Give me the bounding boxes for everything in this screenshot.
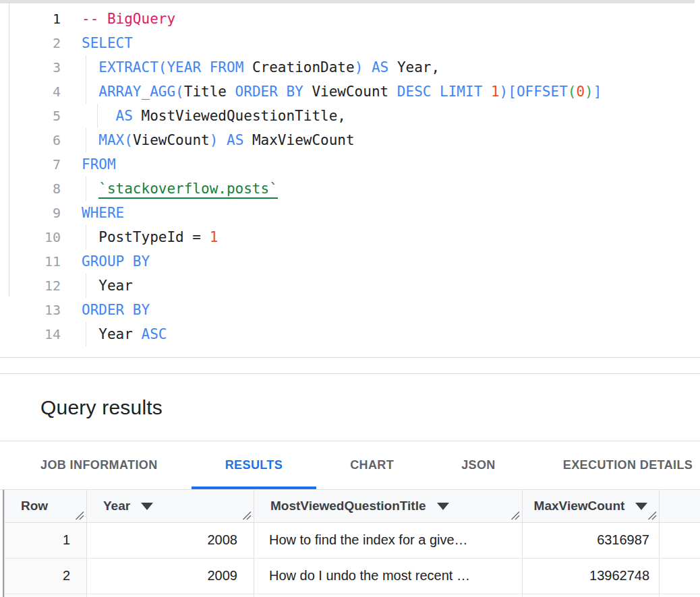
code-token: Year,: [388, 59, 440, 75]
code-line[interactable]: 5 AS MostViewedQuestionTitle,: [0, 104, 700, 128]
code-token: 1: [491, 84, 500, 100]
code-line[interactable]: 14 Year ASC: [0, 322, 700, 346]
code-token: 1: [210, 229, 218, 245]
tab-label: JOB INFORMATION: [40, 458, 158, 472]
sort-arrow-icon[interactable]: [437, 503, 449, 510]
column-resize-handle[interactable]: [647, 510, 657, 520]
table-cell: [660, 594, 700, 597]
code-token: FROM: [210, 59, 244, 75]
code-token: [201, 59, 210, 75]
code-line[interactable]: 9WHERE: [0, 201, 700, 225]
code-line[interactable]: 10 PostTypeId = 1: [0, 225, 700, 249]
code-token: -- BigQuery: [82, 11, 175, 27]
code-token: (: [175, 84, 184, 100]
code-token: ): [585, 84, 593, 100]
table-cell: [254, 594, 523, 597]
sort-arrow-icon[interactable]: [635, 503, 647, 510]
line-number: 13: [0, 298, 61, 322]
table-cell: How to find the index for a give…: [254, 523, 523, 558]
code-token: ): [355, 59, 363, 75]
code-token: ]: [593, 84, 602, 100]
results-title: Query results: [0, 396, 163, 419]
code-line-content: AS MostViewedQuestionTitle,: [82, 104, 700, 128]
column-header-extra: [660, 490, 700, 522]
table-cell: 6316987: [523, 523, 660, 558]
code-line[interactable]: 13ORDER BY: [0, 298, 700, 322]
code-token: YEAR: [167, 59, 201, 75]
table-row-partial: [4, 594, 700, 597]
code-token: MAX: [98, 132, 124, 148]
indent-guide: [86, 55, 86, 80]
code-token: AS: [227, 132, 243, 148]
panel-gap: [0, 358, 700, 373]
table-cell: 2009: [87, 559, 254, 594]
code-token: AS: [116, 108, 133, 124]
code-line-content: -- BigQuery: [82, 7, 700, 31]
tab-label: JSON: [461, 458, 496, 472]
column-header-year[interactable]: Year: [87, 490, 254, 522]
code-indent: [82, 326, 98, 342]
code-token: WHERE: [82, 205, 124, 221]
code-line[interactable]: 3 EXTRACT(YEAR FROM CreationDate) AS Yea…: [0, 55, 700, 80]
row-number-cell: 1: [4, 523, 87, 558]
column-header-row[interactable]: Row: [4, 490, 87, 522]
code-token: (: [568, 84, 577, 100]
table-cell-extra: [660, 523, 700, 558]
code-line-content: FROM: [82, 152, 700, 177]
code-line[interactable]: 8 `stackoverflow.posts`: [0, 177, 700, 201]
indent-guide: [86, 274, 86, 298]
tab-execution-details[interactable]: EXECUTION DETAILS: [529, 441, 700, 489]
code-line[interactable]: 7FROM: [0, 152, 700, 177]
code-line[interactable]: 12 Year: [0, 274, 700, 298]
code-line[interactable]: 6 MAX(ViewCount) AS MaxViewCount: [0, 128, 700, 152]
code-indent: [82, 132, 98, 148]
results-tabbar: JOB INFORMATIONRESULTSCHARTJSONEXECUTION…: [0, 441, 700, 490]
code-token: (: [124, 132, 133, 148]
code-token: [218, 132, 227, 148]
indent-guide: [97, 104, 98, 128]
results-table: RowYearMostViewedQuestionTitleMaxViewCou…: [4, 490, 700, 597]
code-token: MaxViewCount: [243, 132, 354, 148]
code-line-content: ORDER BY: [82, 298, 700, 322]
table-row: 12008How to find the index for a give…63…: [4, 523, 700, 559]
code-token: OFFSET: [517, 84, 568, 100]
code-token: Year: [98, 326, 141, 342]
tab-chart[interactable]: CHART: [316, 441, 428, 489]
code-token: EXTRACT: [98, 59, 158, 75]
code-line[interactable]: 2SELECT: [0, 31, 700, 55]
table-cell: 2008: [87, 523, 254, 558]
column-header-label: Year: [103, 499, 130, 513]
code-token: ORDER BY: [82, 302, 150, 318]
tab-results[interactable]: RESULTS: [192, 441, 316, 489]
column-resize-handle[interactable]: [510, 510, 520, 520]
code-indent: [82, 84, 98, 100]
code-token: LIMIT: [440, 84, 482, 100]
table-reference-link[interactable]: `stackoverflow.posts`: [98, 181, 278, 199]
code-line[interactable]: 4 ARRAY_AGG(Title ORDER BY ViewCount DES…: [0, 80, 700, 104]
code-line[interactable]: 11GROUP BY: [0, 249, 700, 274]
tab-label: EXECUTION DETAILS: [563, 458, 693, 472]
tab-label: CHART: [350, 458, 394, 472]
code-token: ViewCount: [303, 84, 397, 100]
table-row: 22009How do I undo the most recent …1396…: [4, 559, 700, 594]
sort-arrow-icon[interactable]: [141, 503, 153, 510]
code-area[interactable]: 1-- BigQuery2SELECT3 EXTRACT(YEAR FROM C…: [0, 3, 700, 346]
code-indent: [82, 229, 98, 245]
line-number: 14: [0, 322, 61, 346]
table-cell: [523, 594, 660, 597]
sql-editor[interactable]: 1-- BigQuery2SELECT3 EXTRACT(YEAR FROM C…: [0, 3, 700, 358]
code-token: ASC: [142, 326, 167, 342]
column-resize-handle[interactable]: [74, 510, 84, 520]
column-header-label: MostViewedQuestionTitle: [270, 499, 426, 513]
column-resize-handle[interactable]: [241, 510, 252, 520]
tab-json[interactable]: JSON: [428, 441, 529, 489]
column-header-maxviewcount[interactable]: MaxViewCount: [523, 490, 660, 522]
code-line-content: Year ASC: [82, 322, 700, 346]
code-indent: [82, 278, 98, 294]
code-token: GROUP BY: [82, 253, 150, 270]
code-token: 0: [576, 84, 585, 100]
code-line[interactable]: 1-- BigQuery: [0, 7, 700, 31]
column-header-mostviewedquestiontitle[interactable]: MostViewedQuestionTitle: [254, 490, 523, 522]
tab-job-information[interactable]: JOB INFORMATION: [40, 441, 192, 489]
column-header-label: Row: [21, 499, 48, 513]
